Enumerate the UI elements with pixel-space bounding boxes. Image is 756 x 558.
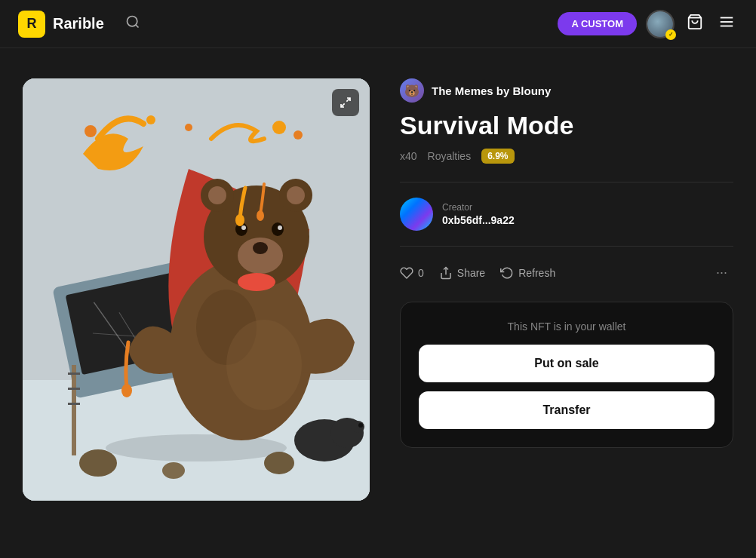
svg-point-17: [226, 320, 302, 410]
divider-1: [400, 182, 733, 182]
expand-button[interactable]: [332, 89, 359, 116]
svg-point-26: [272, 222, 284, 236]
svg-point-31: [257, 210, 264, 221]
collection-icon: 🐻: [400, 78, 424, 103]
svg-point-30: [235, 214, 244, 226]
svg-rect-44: [68, 403, 80, 405]
share-label: Share: [457, 267, 485, 279]
refresh-button[interactable]: Refresh: [500, 263, 555, 283]
svg-rect-42: [68, 373, 80, 375]
wallet-status-text: This NFT is in your wallet: [419, 320, 715, 333]
svg-point-29: [238, 273, 275, 291]
creator-address[interactable]: 0xb56df...9a22: [442, 214, 515, 226]
put-on-sale-button[interactable]: Put on sale: [419, 345, 715, 382]
svg-point-35: [272, 121, 286, 134]
nft-details: 🐻 The Memes by Blouny Survival Mode x40 …: [400, 78, 733, 448]
svg-rect-43: [68, 388, 80, 390]
creator-avatar: [400, 198, 433, 231]
svg-point-8: [106, 434, 287, 461]
svg-point-32: [85, 125, 97, 137]
svg-point-39: [264, 452, 294, 474]
svg-point-28: [278, 225, 282, 230]
share-button[interactable]: Share: [439, 263, 485, 283]
svg-point-37: [121, 384, 132, 397]
edition-count: x40: [400, 150, 417, 162]
nft-image-container: [23, 78, 370, 501]
menu-button[interactable]: [715, 11, 738, 37]
svg-point-0: [127, 17, 137, 26]
svg-rect-41: [72, 365, 76, 455]
logo-text: Rarible: [53, 15, 104, 32]
royalties-badge: 6.9%: [481, 149, 514, 164]
cart-button[interactable]: [684, 11, 706, 37]
svg-point-48: [358, 423, 363, 428]
svg-point-27: [241, 225, 246, 230]
svg-point-47: [351, 421, 364, 433]
svg-point-22: [287, 186, 305, 204]
actions-row: 0 Share Refresh ···: [400, 262, 733, 284]
royalties-label: Royalties: [428, 150, 472, 162]
creator-row: Creator 0xb56df...9a22: [400, 198, 733, 231]
like-count: 0: [418, 267, 424, 279]
custom-button[interactable]: A CUSTOM: [558, 12, 637, 35]
transfer-button[interactable]: Transfer: [419, 391, 715, 429]
svg-point-33: [146, 115, 155, 124]
svg-point-36: [293, 130, 303, 140]
creator-info: Creator 0xb56df...9a22: [442, 202, 515, 226]
refresh-label: Refresh: [518, 267, 555, 279]
nft-image: [23, 78, 370, 501]
more-options-button[interactable]: ···: [710, 262, 733, 284]
nft-artwork: [23, 78, 370, 501]
header-right: A CUSTOM ✓: [558, 10, 738, 38]
svg-point-20: [208, 186, 226, 204]
search-button[interactable]: [119, 8, 146, 39]
svg-line-1: [136, 25, 139, 28]
svg-point-34: [185, 124, 192, 131]
wallet-card: This NFT is in your wallet Put on sale T…: [400, 302, 733, 448]
creator-label: Creator: [442, 202, 515, 213]
collection-row: 🐻 The Memes by Blouny: [400, 78, 733, 103]
divider-2: [400, 246, 733, 247]
meta-row: x40 Royalties 6.9%: [400, 149, 733, 164]
header: R Rarible A CUSTOM ✓: [0, 0, 756, 48]
svg-point-40: [162, 462, 185, 479]
svg-point-38: [79, 449, 117, 477]
logo-area: R Rarible: [18, 11, 104, 38]
nft-title: Survival Mode: [400, 112, 733, 140]
collection-name[interactable]: The Memes by Blouny: [432, 84, 551, 97]
main-content: 🐻 The Memes by Blouny Survival Mode x40 …: [0, 48, 756, 531]
like-button[interactable]: 0: [400, 263, 424, 283]
svg-point-24: [253, 242, 268, 254]
rarible-logo-icon: R: [18, 11, 45, 38]
verified-badge: ✓: [665, 29, 676, 40]
